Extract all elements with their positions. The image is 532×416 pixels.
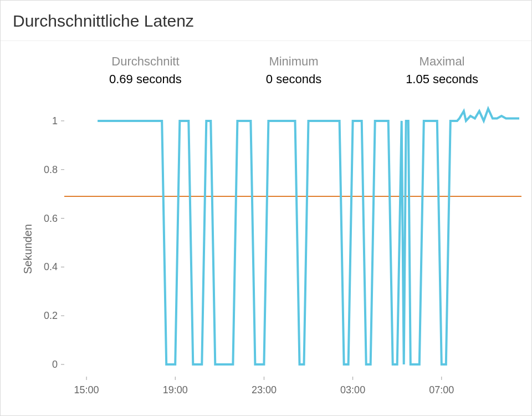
- x-tick-label: 07:00: [429, 384, 454, 395]
- y-tick-label: 0.8: [44, 164, 58, 175]
- y-tick-label: 1: [52, 115, 58, 126]
- latency-card: Durchschnittliche Latenz Durchschnitt 0.…: [0, 0, 532, 416]
- chart-title: Durchschnittliche Latenz: [1, 1, 531, 41]
- latency-chart: 00.20.40.60.8115:0019:0023:0003:0007:00: [1, 91, 532, 407]
- summary-stats: Durchschnitt 0.69 seconds Minimum 0 seco…: [1, 41, 531, 91]
- x-tick-label: 15:00: [74, 384, 99, 395]
- latency-series-line: [98, 109, 519, 364]
- stat-minimum-label: Minimum: [266, 54, 321, 69]
- x-tick-label: 19:00: [163, 384, 188, 395]
- stat-maximum-label: Maximal: [406, 54, 478, 69]
- y-axis-label: Sekunden: [22, 224, 34, 274]
- y-tick-label: 0.6: [44, 213, 58, 224]
- stat-average-value: 0.69 seconds: [109, 72, 182, 87]
- x-tick-label: 23:00: [252, 384, 277, 395]
- y-tick-label: 0.2: [44, 310, 58, 321]
- stat-average-label: Durchschnitt: [109, 54, 182, 69]
- y-tick-label: 0.4: [44, 261, 58, 272]
- stat-maximum-value: 1.05 seconds: [406, 72, 478, 87]
- stat-average: Durchschnitt 0.69 seconds: [109, 54, 182, 87]
- x-tick-label: 03:00: [340, 384, 365, 395]
- y-tick-label: 0: [52, 359, 58, 370]
- stat-minimum-value: 0 seconds: [266, 72, 321, 87]
- stat-maximum: Maximal 1.05 seconds: [406, 54, 478, 87]
- stat-minimum: Minimum 0 seconds: [266, 54, 321, 87]
- plot-area: Sekunden 00.20.40.60.8115:0019:0023:0003…: [1, 91, 531, 407]
